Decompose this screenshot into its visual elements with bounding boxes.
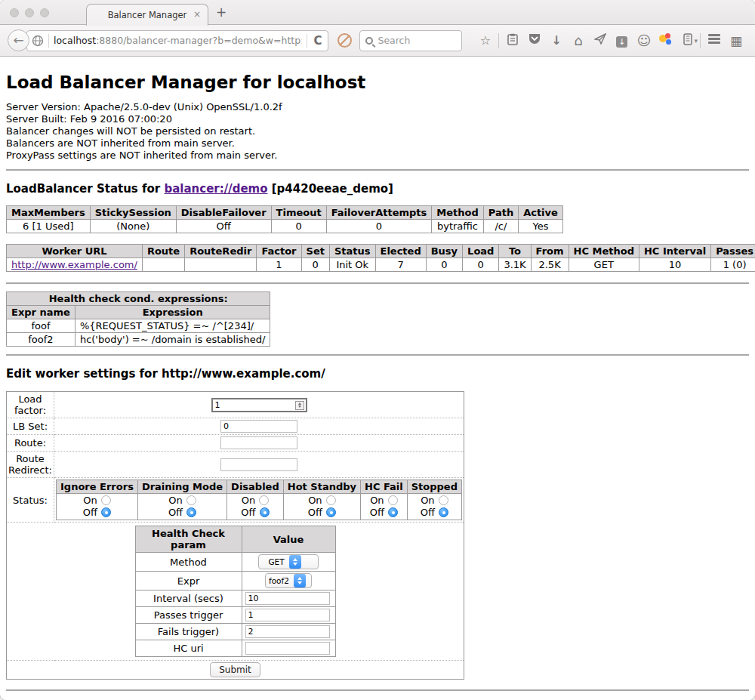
minimize-window-button[interactable] bbox=[25, 8, 34, 17]
fails-label: Fails trigger) bbox=[135, 624, 242, 640]
table-row: http://www.example.com/ 1 0 Init Ok 7 0 … bbox=[7, 258, 755, 272]
table-title-row: Health check cond. expressions: bbox=[7, 292, 270, 306]
draining-mode-off-radio[interactable] bbox=[186, 507, 196, 517]
zoom-window-button[interactable] bbox=[40, 8, 49, 17]
method-select[interactable]: GET bbox=[258, 554, 319, 569]
worker-url-link[interactable]: http://www.example.com/ bbox=[11, 259, 137, 270]
interval-row: Interval (secs) bbox=[135, 591, 335, 607]
lb-set-input[interactable] bbox=[220, 420, 297, 433]
method-label: Method bbox=[135, 553, 242, 572]
home-icon[interactable]: ⌂ bbox=[567, 32, 589, 48]
feedback-smiley-icon[interactable]: ☺ bbox=[633, 32, 655, 48]
divider bbox=[48, 34, 49, 48]
tab-close-icon[interactable]: × bbox=[193, 10, 201, 19]
route-input[interactable] bbox=[220, 436, 297, 449]
route-label: Route: bbox=[7, 435, 54, 452]
colored-dots-icon[interactable] bbox=[655, 33, 676, 48]
status-flags-table: Ignore Errors Draining Mode Disabled Hot… bbox=[56, 480, 462, 520]
route-redirect-input[interactable] bbox=[220, 458, 297, 471]
divider bbox=[498, 33, 499, 48]
url-bar[interactable]: localhost:8880/balancer-manager?b=demo&w… bbox=[26, 30, 328, 51]
balancer-status-table: MaxMembers StickySession DisableFailover… bbox=[6, 205, 563, 233]
server-info: Server Version: Apache/2.5.0-dev (Unix) … bbox=[6, 101, 749, 162]
disabled-on-radio[interactable] bbox=[259, 495, 269, 505]
hot-standby-off-radio[interactable] bbox=[326, 507, 336, 517]
stopped-on-radio[interactable] bbox=[439, 495, 448, 505]
balancer-status-heading: LoadBalancer Status for balancer://demo … bbox=[6, 182, 749, 196]
status-label: Status: bbox=[7, 478, 54, 523]
hc-uri-label: HC uri bbox=[135, 640, 242, 657]
new-tab-button[interactable]: + bbox=[216, 5, 226, 20]
hot-standby-on-radio[interactable] bbox=[326, 495, 336, 505]
server-version-line: Server Version: Apache/2.5.0-dev (Unix) … bbox=[6, 101, 749, 113]
back-button[interactable]: ← bbox=[8, 29, 29, 51]
hc-params-row: Health Check param Value Method GET bbox=[7, 523, 464, 661]
balancer-demo-link[interactable]: balancer://demo bbox=[164, 182, 267, 196]
table-header-row: MaxMembers StickySession DisableFailover… bbox=[7, 206, 563, 220]
fails-input[interactable] bbox=[245, 625, 330, 638]
expr-label: Expr bbox=[135, 572, 242, 591]
persist-note-line: Balancer changes will NOT be persisted o… bbox=[6, 125, 749, 137]
inherit-note-line: Balancers are NOT inherited from main se… bbox=[6, 137, 749, 150]
expr-select[interactable]: foof2 bbox=[265, 573, 312, 588]
worker-settings-form: Load factor: LB Set: Route: Route Redire… bbox=[6, 391, 464, 680]
interval-input[interactable] bbox=[245, 592, 330, 605]
proxypass-note-line: ProxyPass settings are NOT inherited fro… bbox=[6, 150, 749, 162]
hc-uri-input[interactable] bbox=[245, 642, 330, 655]
tab-balancer-manager[interactable]: Balancer Manager × bbox=[86, 4, 208, 26]
url-text: localhost:8880/balancer-manager?b=demo&w… bbox=[54, 35, 302, 46]
edit-worker-heading: Edit worker settings for http://www.exam… bbox=[6, 367, 749, 381]
interval-label: Interval (secs) bbox=[135, 591, 242, 607]
status-row: Status: Ignore Errors Draining Mode Disa… bbox=[7, 478, 464, 523]
divider bbox=[6, 689, 749, 691]
fails-row: Fails trigger) bbox=[135, 624, 335, 640]
search-input[interactable]: Search bbox=[359, 30, 462, 51]
downloads-icon[interactable]: ↓ bbox=[545, 33, 567, 48]
search-placeholder: Search bbox=[378, 35, 410, 46]
divider bbox=[6, 354, 749, 356]
health-check-params-table: Health Check param Value Method GET bbox=[135, 526, 336, 657]
load-factor-row: Load factor: bbox=[7, 392, 464, 418]
tab-bar: Balancer Manager × + bbox=[0, 0, 755, 25]
stopped-off-radio[interactable] bbox=[439, 507, 448, 517]
table-header-row: Health Check param Value bbox=[135, 526, 335, 553]
server-built-line: Server Built: Feb 9 2016 07:00:20 bbox=[6, 113, 749, 125]
tab-groups-grid-icon[interactable]: ▦ bbox=[725, 33, 747, 48]
lb-set-row: LB Set: bbox=[7, 418, 464, 435]
draining-mode-on-radio[interactable] bbox=[186, 495, 196, 505]
hc-expressions-table: Health check cond. expressions: Expr nam… bbox=[6, 291, 270, 347]
navigation-toolbar: ← localhost:8880/balancer-manager?b=demo… bbox=[0, 25, 755, 57]
page-title: Load Balancer Manager for localhost bbox=[6, 72, 749, 92]
load-factor-input[interactable] bbox=[211, 398, 307, 412]
reload-icon[interactable]: C bbox=[312, 34, 323, 48]
close-window-button[interactable] bbox=[10, 8, 19, 17]
number-spinner-icon[interactable] bbox=[295, 401, 304, 410]
reading-list-icon[interactable] bbox=[501, 33, 523, 48]
ignore-errors-off-radio[interactable] bbox=[101, 507, 111, 517]
extension-download-icon[interactable]: ↓ bbox=[611, 33, 633, 48]
hc-fail-on-radio[interactable] bbox=[388, 495, 398, 505]
hc-fail-off-radio[interactable] bbox=[388, 507, 398, 517]
send-to-device-icon[interactable] bbox=[589, 33, 611, 48]
route-row: Route: bbox=[7, 435, 464, 452]
ignore-errors-on-radio[interactable] bbox=[101, 495, 111, 505]
tab-title: Balancer Manager bbox=[108, 10, 187, 20]
passes-row: Passes trigger bbox=[135, 607, 335, 624]
content-blocked-icon[interactable] bbox=[337, 33, 352, 48]
bookmark-star-icon[interactable]: ☆ bbox=[474, 33, 496, 48]
select-arrows-icon bbox=[289, 555, 301, 569]
page-content: Load Balancer Manager for localhost Serv… bbox=[0, 72, 755, 691]
toolbar-buttons: ☆ ↓ ⌂ ↓ ☺ ▾ bbox=[474, 32, 698, 48]
load-factor-label: Load factor: bbox=[7, 392, 54, 418]
submit-button[interactable]: Submit bbox=[210, 662, 260, 677]
disabled-off-radio[interactable] bbox=[260, 507, 270, 517]
globe-icon bbox=[32, 35, 44, 47]
divider bbox=[6, 169, 749, 171]
table-header-row: Ignore Errors Draining Mode Disabled Hot… bbox=[57, 480, 462, 494]
passes-input[interactable] bbox=[245, 609, 330, 621]
table-row: foof2 hc('body') =~ /domain is establish… bbox=[7, 333, 270, 347]
menu-hamburger-icon[interactable] bbox=[703, 32, 725, 49]
pocket-icon[interactable] bbox=[523, 33, 545, 48]
passes-label: Passes trigger bbox=[135, 607, 242, 624]
window-controls[interactable] bbox=[10, 8, 49, 17]
